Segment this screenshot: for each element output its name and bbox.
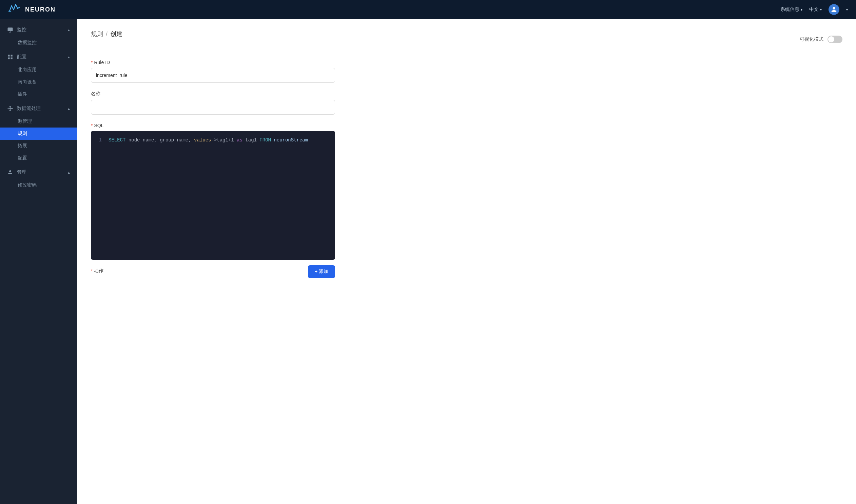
main-layout: 监控 ▲ 数据监控 配置 ▲ 北向应用 南向设备 插件 <box>0 19 856 504</box>
sidebar-data-processing-label: 数据流处理 <box>17 106 64 112</box>
breadcrumb-separator: / <box>106 31 107 38</box>
system-info-menu[interactable]: 系统信息 ▾ <box>780 6 802 13</box>
language-menu[interactable]: 中文 ▾ <box>809 6 822 13</box>
svg-rect-1 <box>8 28 13 31</box>
sql-label: * SQL <box>91 123 842 128</box>
svg-point-10 <box>10 110 11 111</box>
name-section: 名称 <box>91 91 842 115</box>
sidebar-item-plugin[interactable]: 插件 <box>0 88 77 101</box>
svg-rect-6 <box>8 58 10 59</box>
visual-mode-label: 可视化模式 <box>800 36 823 42</box>
monitoring-arrow: ▲ <box>67 28 71 32</box>
app-name: NEURON <box>25 6 56 13</box>
user-menu-expand[interactable]: ▾ <box>846 8 848 12</box>
sidebar-management-label: 管理 <box>17 169 64 175</box>
sidebar-item-north-app[interactable]: 北向应用 <box>0 64 77 76</box>
sql-line-1: 1 SELECT node_name, group_name, values->… <box>96 136 329 144</box>
name-input[interactable] <box>91 100 335 115</box>
monitor-icon <box>7 26 14 33</box>
logo-icon <box>8 3 22 16</box>
sql-required-star: * <box>91 123 93 128</box>
svg-rect-4 <box>8 55 10 56</box>
sidebar-header-monitoring[interactable]: 监控 ▲ <box>0 23 77 37</box>
sql-section: * SQL 1 SELECT node_name, group_name, va… <box>91 123 842 260</box>
rule-id-required-star: * <box>91 60 93 65</box>
breadcrumb-create: 创建 <box>110 30 122 38</box>
name-label: 名称 <box>91 91 842 97</box>
app-logo: NEURON <box>8 3 56 16</box>
sql-code: SELECT node_name, group_name, values->ta… <box>108 136 329 144</box>
sidebar-section-management: 管理 ▲ 修改密码 <box>0 165 77 191</box>
flow-icon <box>7 105 14 112</box>
sql-editor[interactable]: 1 SELECT node_name, group_name, values->… <box>91 131 335 260</box>
sidebar-config-label: 配置 <box>17 54 64 60</box>
add-action-button[interactable]: + 添加 <box>308 265 335 278</box>
main-content: 规则 / 创建 可视化模式 * Rule ID 名称 <box>77 19 856 504</box>
sidebar-section-monitoring: 监控 ▲ 数据监控 <box>0 23 77 49</box>
visual-mode-control: 可视化模式 <box>800 36 842 43</box>
sidebar-section-config: 配置 ▲ 北向应用 南向设备 插件 <box>0 50 77 101</box>
breadcrumb-rules[interactable]: 规则 <box>91 30 103 38</box>
sidebar-item-source-mgmt[interactable]: 源管理 <box>0 115 77 127</box>
sidebar-item-rules[interactable]: 规则 <box>0 127 77 140</box>
svg-rect-5 <box>11 55 13 56</box>
rule-id-section: * Rule ID <box>91 60 842 83</box>
svg-rect-7 <box>11 58 13 59</box>
config-arrow: ▲ <box>67 55 71 59</box>
svg-point-8 <box>8 108 9 109</box>
management-arrow: ▲ <box>67 170 71 174</box>
sidebar-header-management[interactable]: 管理 ▲ <box>0 165 77 179</box>
action-section: * 动作 + 添加 <box>91 268 842 278</box>
action-required-star: * <box>91 268 93 274</box>
system-info-chevron: ▾ <box>801 8 802 12</box>
topnav-right: 系统信息 ▾ 中文 ▾ ▾ <box>780 4 848 15</box>
sidebar-header-config[interactable]: 配置 ▲ <box>0 50 77 64</box>
sidebar-section-data-processing: 数据流处理 ▲ 源管理 规则 拓展 配置 <box>0 102 77 164</box>
grid-icon <box>7 54 14 60</box>
rule-id-input[interactable] <box>91 68 335 83</box>
sidebar: 监控 ▲ 数据监控 配置 ▲ 北向应用 南向设备 插件 <box>0 19 77 504</box>
visual-mode-toggle[interactable] <box>827 36 842 43</box>
user-avatar[interactable] <box>828 4 839 15</box>
breadcrumb: 规则 / 创建 <box>91 30 122 38</box>
rule-id-label: * Rule ID <box>91 60 842 65</box>
sidebar-header-data-processing[interactable]: 数据流处理 ▲ <box>0 102 77 115</box>
top-navbar: NEURON 系统信息 ▾ 中文 ▾ ▾ <box>0 0 856 19</box>
sidebar-item-south-device[interactable]: 南向设备 <box>0 76 77 88</box>
sidebar-item-change-password[interactable]: 修改密码 <box>0 179 77 191</box>
language-chevron: ▾ <box>820 8 822 12</box>
sidebar-item-extension[interactable]: 拓展 <box>0 140 77 152</box>
sidebar-item-data-monitoring[interactable]: 数据监控 <box>0 37 77 49</box>
svg-point-11 <box>12 108 13 109</box>
user-icon <box>7 169 14 176</box>
svg-point-9 <box>10 106 11 107</box>
sql-line-number: 1 <box>96 136 102 144</box>
data-processing-arrow: ▲ <box>67 107 71 111</box>
sidebar-monitoring-label: 监控 <box>17 27 64 33</box>
action-label: * 动作 <box>91 268 104 274</box>
sidebar-item-config-dp[interactable]: 配置 <box>0 152 77 164</box>
